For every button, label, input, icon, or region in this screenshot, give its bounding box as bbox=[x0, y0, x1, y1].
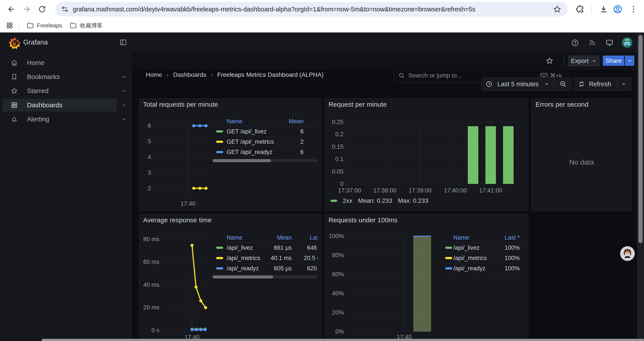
address-bar[interactable]: grafana.mathmast.com/d/deytv4rwavabkb/fr… bbox=[55, 2, 568, 17]
series-color-pill[interactable] bbox=[216, 267, 223, 269]
legend-col-header[interactable]: Mean bbox=[277, 234, 292, 241]
legend-row[interactable]: GET /api/_livez6 bbox=[212, 126, 318, 137]
profile-icon[interactable] bbox=[613, 5, 622, 14]
zoom-out-icon[interactable] bbox=[560, 80, 567, 88]
refresh-button[interactable]: Refresh bbox=[574, 77, 631, 91]
bookmark-star-icon[interactable] bbox=[552, 5, 562, 14]
chevron-down-icon[interactable] bbox=[121, 74, 127, 80]
sidebar-item-label: Home bbox=[27, 59, 44, 67]
panel-average-response-time[interactable]: Average response time 80 ms60 ms40 ms20 … bbox=[139, 214, 321, 341]
url-path: /d/deytv4rwavabkb/freeleaps-metrics-dash… bbox=[138, 6, 476, 13]
url-host: grafana.mathmast.com bbox=[73, 6, 138, 13]
breadcrumb-home[interactable]: Home bbox=[146, 71, 162, 78]
series-color-pill[interactable] bbox=[445, 247, 452, 249]
legend-scrollbar[interactable] bbox=[212, 159, 318, 162]
legend-col-header[interactable]: Last * bbox=[310, 234, 318, 241]
series-color-pill[interactable] bbox=[216, 247, 223, 249]
y-tick-label: 4 bbox=[148, 154, 151, 160]
series-color-pill[interactable] bbox=[445, 257, 452, 259]
apps-grid-icon[interactable] bbox=[5, 21, 14, 30]
series-name[interactable]: GET /api/_livez bbox=[227, 128, 267, 135]
grafana-logo[interactable] bbox=[8, 37, 21, 50]
sidebar-item-starred[interactable]: Starred bbox=[3, 85, 116, 97]
series-name[interactable]: /api/_metrics bbox=[453, 255, 487, 261]
legend-col-header[interactable]: Name bbox=[227, 234, 242, 241]
legend-row[interactable]: /api/_livez100% bbox=[441, 243, 524, 253]
brand[interactable]: Grafana bbox=[23, 33, 48, 52]
panel-request-per-minute[interactable]: Request per minute 00.050.10.150.20.2517… bbox=[324, 98, 528, 211]
legend-col-header[interactable]: Last * bbox=[504, 234, 520, 241]
reload-icon[interactable] bbox=[38, 5, 46, 14]
extensions-icon[interactable] bbox=[575, 5, 585, 14]
chart-legend[interactable]: 2xx Mean: 0.233 Max: 0.233 bbox=[330, 197, 428, 204]
share-button[interactable]: Share bbox=[603, 56, 624, 66]
bookmark-folder-blogs[interactable]: 收藏博客 bbox=[69, 21, 102, 30]
series-color-pill[interactable] bbox=[216, 130, 223, 133]
share-menu-button[interactable] bbox=[625, 56, 634, 66]
y-tick-label: 0% bbox=[335, 328, 344, 335]
sidebar-item-dashboards[interactable]: Dashboards bbox=[3, 99, 116, 112]
panel-title[interactable]: Errors per second bbox=[536, 101, 588, 108]
legend-col-header[interactable]: Name bbox=[453, 234, 469, 241]
y-tick-label: 3 bbox=[148, 169, 151, 176]
url-text[interactable]: grafana.mathmast.com/d/deytv4rwavabkb/fr… bbox=[73, 6, 476, 13]
user-avatar[interactable] bbox=[622, 37, 632, 48]
horizontal-scrollbar[interactable] bbox=[42, 339, 644, 341]
series-name[interactable]: 2xx bbox=[343, 197, 352, 204]
download-icon[interactable] bbox=[599, 5, 608, 14]
series-name[interactable]: GET /api/_readyz bbox=[227, 149, 273, 156]
sidebar-item-bookmarks[interactable]: Bookmarks bbox=[3, 71, 116, 83]
legend-row[interactable]: /api/_readyz100% bbox=[441, 263, 524, 274]
export-button[interactable]: Export bbox=[568, 56, 600, 66]
request-per-minute-chart[interactable]: 00.050.10.150.20.2517:37:0017:38:0017:39… bbox=[325, 99, 528, 211]
back-icon[interactable] bbox=[7, 5, 16, 14]
legend-row[interactable]: /api/_livez661 µs646 µs bbox=[212, 243, 318, 253]
series-color-pill[interactable] bbox=[445, 267, 452, 269]
bookmark-icon bbox=[10, 73, 18, 81]
legend-header-row: NameMeanLast * bbox=[212, 233, 318, 243]
breadcrumb-current: Freeleaps Metrics Dashboard (ALPHA) bbox=[217, 71, 324, 78]
series-name[interactable]: /api/_readyz bbox=[227, 265, 259, 272]
panel-total-requests[interactable]: Total requests per minute 6543217:40 Nam… bbox=[139, 98, 321, 211]
legend-scrollbar[interactable] bbox=[212, 275, 318, 278]
forward-icon[interactable] bbox=[22, 5, 31, 14]
monitor-icon[interactable] bbox=[606, 39, 614, 47]
panel-requests-under-100ms[interactable]: Requests under 100ms 100%80%60%40%20%0%1… bbox=[324, 214, 528, 341]
panel-errors-per-second[interactable]: Errors per second No data bbox=[531, 98, 632, 211]
menu-dots-icon[interactable] bbox=[629, 5, 638, 14]
chevron-down-icon[interactable] bbox=[121, 102, 127, 108]
breadcrumb-dashboards[interactable]: Dashboards bbox=[173, 71, 206, 78]
series-name[interactable]: /api/_livez bbox=[227, 244, 253, 251]
sidebar-item-home[interactable]: Home bbox=[3, 56, 116, 69]
collapse-sidebar-icon[interactable] bbox=[119, 38, 127, 46]
legend-row[interactable]: GET /api/_metrics2 bbox=[212, 137, 318, 147]
vertical-scrollbar-thumb[interactable] bbox=[638, 35, 643, 243]
legend-col-header[interactable]: Name bbox=[227, 118, 242, 125]
favorite-star-icon[interactable] bbox=[545, 57, 554, 65]
series-color-pill[interactable] bbox=[216, 257, 223, 259]
site-settings-icon[interactable] bbox=[60, 5, 69, 14]
legend-row[interactable]: /api/_metrics100% bbox=[441, 253, 524, 263]
legend-row[interactable]: /api/_metrics40.1 ms20.5 ms bbox=[212, 253, 318, 263]
series-value: 646 µs bbox=[307, 244, 318, 251]
series-name[interactable]: /api/_readyz bbox=[453, 265, 486, 272]
series-name[interactable]: /api/_metrics bbox=[227, 255, 260, 261]
sidebar-item-label: Starred bbox=[27, 87, 48, 95]
y-tick-label: 60% bbox=[332, 271, 344, 278]
rss-icon[interactable] bbox=[588, 39, 596, 47]
time-range-picker[interactable]: Last 5 minutes bbox=[481, 77, 572, 91]
screen: grafana.mathmast.com/d/deytv4rwavabkb/fr… bbox=[0, 0, 644, 341]
chevron-down-icon[interactable] bbox=[121, 88, 127, 94]
sidebar-item-alerting[interactable]: Alerting bbox=[3, 113, 116, 126]
help-icon[interactable] bbox=[571, 39, 579, 47]
assistant-avatar[interactable] bbox=[620, 246, 635, 261]
legend-row[interactable]: GET /api/_readyz6 bbox=[212, 147, 318, 157]
series-color-pill[interactable] bbox=[216, 141, 223, 143]
series-name[interactable]: /api/_livez bbox=[453, 244, 480, 251]
chevron-down-icon[interactable] bbox=[121, 116, 127, 122]
series-name[interactable]: GET /api/_metrics bbox=[227, 138, 274, 145]
legend-col-header[interactable]: Mean bbox=[289, 118, 304, 125]
legend-row[interactable]: /api/_readyz605 µs620 µs bbox=[212, 263, 318, 274]
bookmark-folder-freeleaps[interactable]: Freeleaps bbox=[26, 21, 62, 30]
series-color-pill[interactable] bbox=[216, 151, 223, 153]
